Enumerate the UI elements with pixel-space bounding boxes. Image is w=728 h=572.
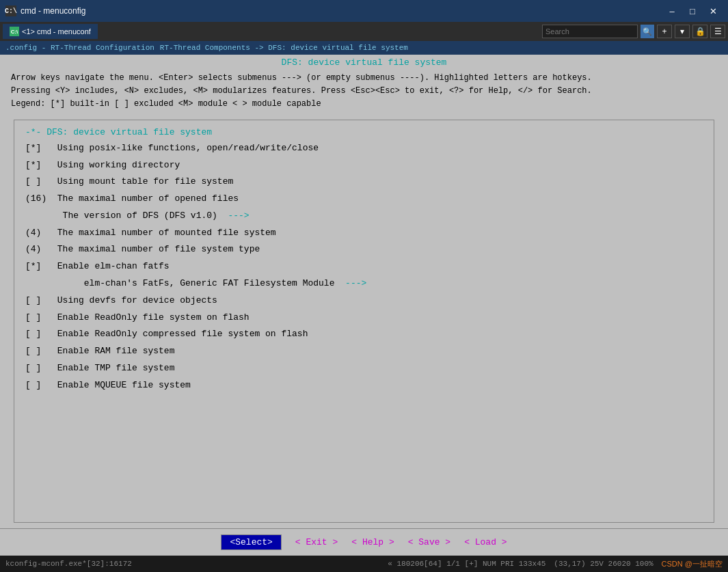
breadcrumb-bar: .config - RT-Thread Configuration RT-Thr… (0, 41, 728, 55)
menu-item[interactable]: [ ] Enable ReadOnly compressed file syst… (25, 325, 703, 342)
menu-item[interactable]: (4) The maximal number of mounted file s… (25, 224, 703, 241)
help-text: Arrow keys navigate the menu. <Enter> se… (0, 69, 728, 114)
menu-item[interactable]: [*] Enable elm-chan fatfs (25, 258, 703, 275)
exit-label[interactable]: < Exit > (295, 537, 338, 547)
title-bar-left: C:\ cmd - menuconfig (5, 5, 85, 16)
save-label[interactable]: < Save > (408, 537, 450, 547)
help-line-2: Pressing <Y> includes, <N> excludes, <M>… (11, 85, 717, 98)
menu-box: -*- DFS: device virtual file system [*] … (14, 120, 714, 523)
status-brand: CSDN @一扯暗空 (662, 559, 723, 569)
minimize-button[interactable]: – (662, 4, 682, 18)
menu-item[interactable]: [ ] Enable RAM file system (25, 342, 703, 359)
menu-title-line: -*- DFS: device virtual file system (25, 126, 703, 139)
dropdown-button[interactable]: ▾ (675, 25, 690, 38)
load-label[interactable]: < Load > (464, 537, 507, 547)
window-controls: – □ ✕ (662, 4, 723, 18)
menu-item[interactable]: [ ] Enable TMP file system (25, 359, 703, 377)
menu-item[interactable]: [ ] Using devfs for device objects (25, 292, 703, 309)
lock-button[interactable]: 🔒 (692, 25, 707, 38)
search-button[interactable]: 🔍 (641, 25, 654, 38)
menu-item[interactable]: [*] Using posix-like functions, open/rea… (25, 139, 703, 156)
add-tab-button[interactable]: + (657, 25, 672, 38)
menu-item[interactable]: elm-chan's FatFs, Generic FAT Filesystem… (25, 275, 703, 292)
menu-item[interactable]: (16) The maximal number of opened files (25, 190, 703, 207)
maximize-button[interactable]: □ (683, 4, 702, 18)
tab-label: <1> cmd - menuconf (22, 27, 91, 36)
tab-search-area: 🔍 + ▾ 🔒 ☰ (542, 25, 725, 38)
menu-items: [*] Using posix-like functions, open/rea… (25, 139, 703, 394)
status-right: « 180206[64] 1/1 [+] NUM PRI 133x45 (33,… (388, 559, 723, 569)
breadcrumb-part2: RT-Thread Components -> DFS: device virt… (160, 44, 408, 52)
menu-item[interactable]: (4) The maximal number of file system ty… (25, 241, 703, 258)
window-title: cmd - menuconfig (21, 6, 85, 16)
cmd-icon: C:\ (5, 5, 16, 16)
help-line-3: Legend: [*] built-in [ ] excluded <M> mo… (11, 98, 717, 111)
status-left: kconfig-mconf.exe*[32]:16172 (5, 560, 132, 568)
status-bar: kconfig-mconf.exe*[32]:16172 « 180206[64… (0, 556, 728, 572)
menu-title: DFS: device virtual file system (0, 55, 728, 69)
menu-item[interactable]: [ ] Using mount table for file system (25, 173, 703, 190)
highlighted-item: [*] Enable elm-chan fatfs (25, 261, 170, 271)
menu-item[interactable]: The version of DFS (DFS v1.0) ---> (25, 207, 703, 224)
menu-button[interactable]: ☰ (710, 25, 725, 38)
status-coords: (33,17) 25V 26020 100% (554, 560, 653, 568)
status-position: « 180206[64] 1/1 [+] NUM PRI 133x45 (388, 560, 545, 568)
search-input[interactable] (542, 25, 638, 38)
help-line-1: Arrow keys navigate the menu. <Enter> se… (11, 72, 717, 85)
tab-item[interactable]: C:\ <1> cmd - menuconf (3, 24, 98, 39)
help-label[interactable]: < Help > (351, 537, 394, 547)
close-button[interactable]: ✕ (703, 4, 723, 18)
tab-icon: C:\ (10, 27, 19, 36)
select-button[interactable]: <Select> (221, 534, 281, 550)
button-bar: <Select> < Exit > < Help > < Save > < Lo… (0, 528, 728, 556)
menu-item[interactable]: [ ] Enable ReadOnly file system on flash (25, 309, 703, 326)
breadcrumb-part1: .config - RT-Thread Configuration (5, 44, 154, 52)
main-area: DFS: device virtual file system Arrow ke… (0, 55, 728, 556)
tab-bar: C:\ <1> cmd - menuconf 🔍 + ▾ 🔒 ☰ (0, 22, 728, 41)
menu-item[interactable]: [ ] Enable MQUEUE file system (25, 377, 703, 394)
menu-item[interactable]: [*] Using working directory (25, 156, 703, 174)
title-bar: C:\ cmd - menuconfig – □ ✕ (0, 0, 728, 22)
